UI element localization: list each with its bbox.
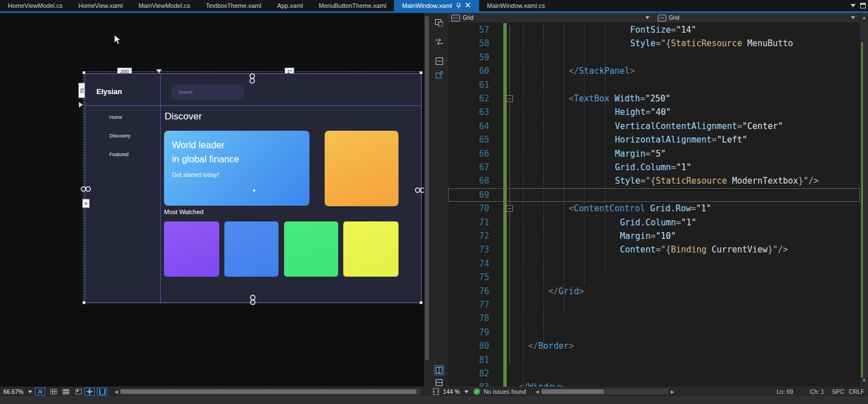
snap-to-grid-toggle-button[interactable]	[97, 388, 107, 396]
purple-tile[interactable]	[164, 221, 219, 277]
code-line-current[interactable]: 69	[448, 188, 860, 202]
grid-row-editor-box[interactable]: ≡	[82, 199, 90, 208]
code-area[interactable]: 57FontSize="14"58Style="{StaticResource …	[448, 23, 860, 387]
hero-card[interactable]: World leader in global finance Get start…	[164, 131, 309, 206]
show-grid-button[interactable]	[48, 388, 59, 396]
grid-anchor-chain-icon-right[interactable]	[415, 187, 424, 193]
grid-column-marker-icon[interactable]	[156, 69, 162, 73]
code-line[interactable]: 78	[448, 312, 860, 325]
designer-vertical-scrollbar[interactable]	[424, 13, 430, 387]
grid-row-marker-icon[interactable]	[79, 102, 83, 108]
code-line[interactable]: 65HorizontalAlignment="Left"	[448, 133, 860, 146]
editor-hscroll-right-icon[interactable]: ▶	[671, 389, 674, 394]
code-line[interactable]: 68Style="{StaticResource ModernTextbox}"…	[448, 174, 860, 188]
code-line[interactable]: 57FontSize="14"	[448, 23, 860, 37]
code-line[interactable]: 81	[448, 353, 860, 367]
code-line[interactable]: 79	[448, 326, 860, 339]
editor-zoom-value[interactable]: 144 %	[443, 388, 460, 395]
code-line[interactable]: 71Grid.Column="1"	[448, 216, 860, 229]
carousel-dot[interactable]	[253, 189, 255, 192]
selection-handle-bottom-right[interactable]	[419, 301, 423, 304]
editor-vertical-scrollbar[interactable]: ▲ ▼	[860, 13, 868, 387]
tab-mainwindow-xaml[interactable]: MainWindow.xaml	[394, 0, 479, 11]
design-view-icon[interactable]	[434, 17, 444, 28]
scroll-up-icon[interactable]: ▲	[862, 15, 866, 20]
tab-mainviewmodel-cs[interactable]: MainViewModel.cs	[131, 0, 198, 11]
code-line[interactable]: 82	[448, 367, 860, 380]
vertical-split-icon[interactable]	[434, 365, 444, 375]
code-line[interactable]: 60</StackPanel>	[448, 64, 860, 78]
tab-mainwindow-xaml-cs[interactable]: MainWindow.xaml.cs	[479, 0, 553, 11]
breadcrumb-left-dropdown[interactable]: <> Grid	[448, 13, 654, 23]
green-tile[interactable]	[284, 221, 338, 277]
code-line[interactable]: 74	[448, 257, 860, 270]
editor-zoom-dropdown-icon[interactable]	[464, 390, 468, 393]
search-input[interactable]: Search	[171, 85, 244, 100]
collapse-pane-icon[interactable]	[434, 56, 444, 66]
designed-app-window[interactable]: Elysian Search HomeDiscoveryFeatured Dis…	[85, 73, 422, 303]
effects-toggle-button[interactable]: fx	[35, 388, 45, 396]
xaml-code-editor[interactable]: <> Grid <> Grid 57FontSize="14"58Style="…	[448, 13, 860, 387]
pin-icon[interactable]	[456, 3, 462, 8]
code-line[interactable]: 67Grid.Column="1"	[448, 161, 860, 174]
line-number: 81	[448, 353, 489, 367]
expand-pane-icon[interactable]	[434, 69, 444, 79]
grid-anchor-chain-icon-bottom[interactable]	[250, 295, 256, 305]
designer-horizontal-scrollbar[interactable]	[119, 389, 420, 394]
breadcrumb-right-dropdown[interactable]: <> Grid	[654, 13, 861, 23]
fold-collapse-icon[interactable]: −	[506, 95, 513, 102]
blue-tile[interactable]	[224, 221, 278, 277]
code-line[interactable]: 66Margin="5"	[448, 147, 860, 161]
scroll-down-icon[interactable]: ▼	[862, 378, 866, 383]
no-issues-check-icon[interactable]: ✓	[473, 388, 480, 395]
code-line[interactable]: 76</Grid>	[448, 285, 860, 298]
code-line[interactable]: 63Height="40"	[448, 105, 860, 119]
window-options-icon[interactable]	[860, 3, 866, 8]
snaplines-toggle-button[interactable]	[85, 388, 95, 396]
breadcrumb-left-label: Grid	[463, 15, 473, 21]
snap-grid-button[interactable]	[61, 388, 71, 396]
code-line[interactable]: 70−<ContentControl Grid.Row="1"	[448, 202, 860, 215]
code-line[interactable]: 83</Window>	[448, 380, 860, 387]
code-line[interactable]: 75	[448, 270, 860, 284]
code-line[interactable]: 59	[448, 51, 860, 64]
code-line[interactable]: 62−<TextBox Width="250"	[448, 92, 860, 105]
designer-zoom-value[interactable]: 66.67%	[3, 388, 24, 395]
fold-collapse-icon[interactable]: −	[506, 205, 513, 212]
editor-hscroll-left-icon[interactable]: ◀	[535, 389, 539, 394]
code-line[interactable]: 80</Border>	[448, 339, 860, 353]
promo-card[interactable]	[325, 131, 398, 206]
sidebar-item-featured[interactable]: Featured	[109, 152, 129, 157]
code-line[interactable]: 73Content="{Binding CurrentView}"/>	[448, 243, 860, 256]
swap-panes-icon[interactable]	[434, 37, 444, 47]
selection-handle-top-right[interactable]	[419, 71, 423, 74]
close-icon[interactable]	[466, 3, 471, 8]
designer-zoom-dropdown-icon[interactable]	[28, 390, 32, 393]
app-logo-text[interactable]: Elysian	[96, 87, 122, 96]
sidebar-item-discovery[interactable]: Discovery	[109, 133, 130, 139]
grid-anchor-chain-icon-top[interactable]	[249, 73, 255, 84]
tab-homeview-xaml[interactable]: HomeView.xaml	[70, 0, 131, 11]
show-annotations-button[interactable]	[73, 388, 83, 396]
designer-hscroll-left-icon[interactable]: ◀	[114, 389, 118, 394]
editor-horizontal-scrollbar[interactable]	[541, 389, 668, 394]
tab-bar-right-controls	[851, 0, 866, 11]
tab-textboxtheme-xaml[interactable]: TextboxTheme.xaml	[198, 0, 269, 11]
code-text: Style="{StaticResource MenuButto	[513, 37, 793, 50]
xaml-designer-canvas[interactable]: 200 1* 75 Elysian Search HomeDiscoveryFe…	[0, 13, 424, 387]
selection-handle-bottom-left[interactable]	[82, 301, 86, 304]
sidebar-item-home[interactable]: Home	[109, 114, 122, 120]
code-line[interactable]: 64VerticalContentAlignment="Center"	[448, 119, 860, 133]
yellow-tile[interactable]	[343, 221, 398, 277]
code-line[interactable]: 72Margin="10"	[448, 229, 860, 243]
tab-homeviewmodel-cs[interactable]: HomeViewModel.cs	[0, 0, 70, 11]
tab-menubuttontheme-xaml[interactable]: MenuButtonTheme.xaml	[311, 0, 395, 11]
code-line[interactable]: 61	[448, 78, 860, 92]
code-line[interactable]: 58Style="{StaticResource MenuButto	[448, 37, 860, 50]
tab-app-xaml[interactable]: App.xaml	[269, 0, 311, 11]
code-line[interactable]: 77	[448, 298, 860, 312]
selection-handle-top-left[interactable]	[82, 71, 86, 74]
grid-anchor-chain-icon-left[interactable]	[81, 186, 91, 192]
issues-status-text[interactable]: No issues found	[484, 388, 526, 395]
tab-list-dropdown-icon[interactable]	[851, 4, 856, 7]
